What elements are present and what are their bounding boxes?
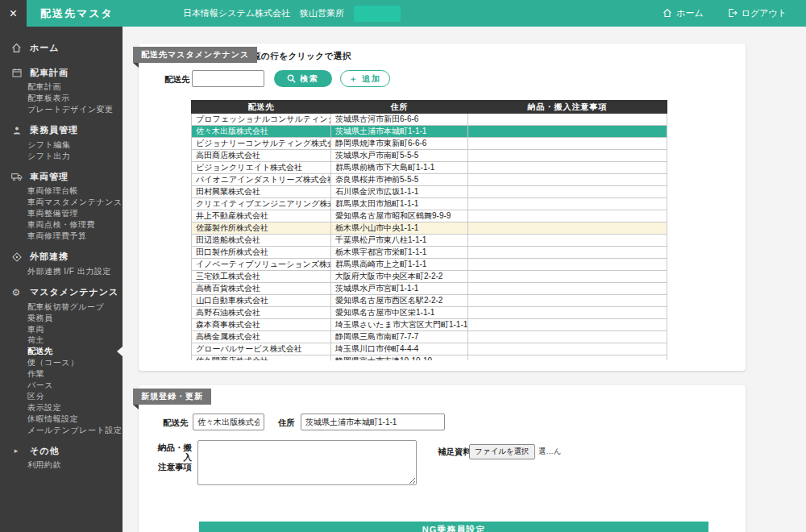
sidebar-item-berth[interactable]: バース bbox=[0, 380, 123, 391]
file-select-button[interactable]: ファイルを選択 bbox=[469, 444, 535, 459]
table-cell: 大阪府大阪市中央区本町2-2-2 bbox=[331, 271, 468, 283]
search-icon bbox=[287, 74, 296, 83]
table-row[interactable]: 井上不動産株式会社愛知県名古屋市昭和区鶴舞9-9-9 bbox=[192, 210, 667, 222]
sidebar-item-label: 車両管理 bbox=[30, 171, 69, 183]
table-cell: 佐々木出版株式会社 bbox=[192, 126, 331, 138]
search-input[interactable] bbox=[192, 70, 264, 87]
user-name-redacted-block bbox=[354, 6, 401, 22]
sidebar-item-external-link[interactable]: 外部連携 bbox=[0, 248, 123, 266]
gear-icon: ⚙ bbox=[10, 288, 23, 297]
sidebar-item-master-maintenance[interactable]: ⚙マスタメンテナンス bbox=[0, 284, 123, 301]
table-row[interactable]: クリエイティブエンジニアリング株式会社群馬県太田市旭町1-1-1 bbox=[192, 198, 667, 210]
table-cell bbox=[468, 283, 667, 295]
address-label: 住所 bbox=[278, 418, 295, 429]
sidebar-item-vehicle-master-maintenance[interactable]: 車両マスタメンテナンス bbox=[0, 197, 123, 208]
table-row[interactable]: 森本商事株式会社埼玉県さいたま市大宮区大門町1-1-1 bbox=[192, 319, 667, 331]
sidebar-item-shift-output[interactable]: シフト出力 bbox=[0, 151, 123, 162]
sidebar-item-crew[interactable]: 乗務員 bbox=[0, 313, 123, 324]
sidebar-item-label: 休暇情報設定 bbox=[27, 414, 78, 423]
table-row[interactable]: 山口自動車株式会社愛知県名古屋市西区名駅2-2-2 bbox=[192, 295, 667, 307]
delivery-note-textarea[interactable] bbox=[197, 440, 417, 485]
table-row[interactable]: イノベーティブソリューションズ株式会社群馬県高崎市上之町1-1-1 bbox=[192, 259, 667, 271]
sidebar-item-home[interactable]: ホーム bbox=[0, 38, 123, 57]
sidebar-item-work[interactable]: 作業 bbox=[0, 368, 123, 380]
person-icon bbox=[10, 126, 23, 135]
sidebar-item-holiday-info-settings[interactable]: 休暇情報設定 bbox=[0, 414, 123, 425]
ribbon-fold bbox=[133, 405, 139, 409]
sidebar-item-label: 配車板表示 bbox=[27, 94, 70, 102]
table-row[interactable]: 高橋百貨株式会社茨城県水戸市宮町1-1-1 bbox=[192, 283, 667, 295]
table-row[interactable]: グローバルサービス株式会社埼玉県川口市仲町4-4-4 bbox=[192, 343, 667, 355]
table-cell: ビジョナリーコンサルティング株式会社 bbox=[192, 138, 331, 150]
table-row[interactable]: 高橋金属株式会社静岡県三島市南町7-7-7 bbox=[192, 331, 667, 343]
sidebar-item-crew-management[interactable]: 乗務員管理 bbox=[0, 122, 123, 139]
table-row[interactable]: 田辺造船株式会社千葉県松戸市東八柱1-1-1 bbox=[192, 235, 667, 247]
sidebar-item-label: シフト編集 bbox=[27, 140, 70, 149]
calendar-icon bbox=[10, 68, 23, 77]
maintenance-panel: 配送先マスタメンテナンス 一覧の行をクリックで選択 配送先 検索 ＋ 追加 配送… bbox=[139, 44, 746, 371]
sidebar-item-vehicle-management[interactable]: 車両管理 bbox=[0, 168, 123, 185]
sidebar-item-label: 車両整備管理 bbox=[27, 209, 78, 218]
sidebar-item-destination[interactable]: 配送先 bbox=[0, 346, 123, 357]
table-cell: 奈良県桜井市神前5-5-5 bbox=[331, 174, 468, 186]
table-row[interactable]: ビジョンクリエイト株式会社群馬県前橋市下大島町1-1-1 bbox=[192, 162, 667, 174]
table-row[interactable]: 佐藤製作所株式会社栃木県小山市中央1-1-1 bbox=[192, 222, 667, 235]
table-cell bbox=[468, 271, 667, 283]
company-info: 日本情報システム株式会社 狭山営業所 bbox=[183, 0, 401, 27]
sidebar-item-board-switch-group[interactable]: 配車板切替グループ bbox=[0, 301, 123, 313]
add-button[interactable]: ＋ 追加 bbox=[340, 70, 390, 87]
sidebar-item-route-course[interactable]: 便（コース） bbox=[0, 357, 123, 368]
sidebar-item-others[interactable]: ▸その他 bbox=[0, 442, 123, 459]
sidebar-item-dispatch-plan[interactable]: 配車計画 bbox=[0, 64, 123, 81]
table-row[interactable]: プロフェッショナルコンサルティング株式会社茨城県古河市新田6-6-6 bbox=[192, 114, 667, 126]
destination-field[interactable] bbox=[193, 414, 264, 430]
table-row[interactable]: パイオニアインダストリーズ株式会社奈良県桜井市神前5-5-5 bbox=[192, 174, 667, 186]
table-cell bbox=[468, 259, 667, 271]
sidebar-item-dispatch-board-view[interactable]: 配車板表示 bbox=[0, 93, 123, 104]
sidebar-item-vehicle[interactable]: 車両 bbox=[0, 324, 123, 335]
sidebar-item-display-settings[interactable]: 表示設定 bbox=[0, 402, 123, 414]
sidebar-item-vehicle-maintenance-mgmt[interactable]: 車両整備管理 bbox=[0, 208, 123, 219]
share-icon bbox=[10, 252, 23, 262]
table-row[interactable]: 田村興業株式会社石川県金沢市広坂1-1-1 bbox=[192, 186, 667, 198]
table-row[interactable]: 高野石油株式会社愛知県名古屋市中区栄1-1-1 bbox=[192, 307, 667, 319]
table-row[interactable]: 佐々木出版株式会社茨城県土浦市本城町1-1-1 bbox=[192, 126, 667, 138]
file-status-text: 選…ん bbox=[538, 447, 562, 457]
sidebar-item-label: メールテンプレート設定 bbox=[27, 426, 122, 434]
address-field[interactable] bbox=[301, 414, 445, 430]
nav-logout[interactable]: ログアウト bbox=[728, 7, 787, 19]
sidebar-item-shipper[interactable]: 荷主 bbox=[0, 335, 123, 346]
nav-home[interactable]: ホーム bbox=[663, 7, 704, 19]
table-cell: 群馬県高崎市上之町1-1-1 bbox=[331, 259, 468, 271]
table-cell: グローバルサービス株式会社 bbox=[192, 343, 331, 355]
table-row[interactable]: 佐久間商店株式会社静岡県富士市吉津10-10-10 bbox=[192, 355, 667, 361]
table-cell: 栃木県宇都宮市栄町1-1-1 bbox=[331, 247, 468, 259]
table-row[interactable]: 高田商店株式会社茨城県水戸市南町5-5-5 bbox=[192, 150, 667, 162]
sidebar-item-category[interactable]: 区分 bbox=[0, 391, 123, 402]
table-row[interactable]: ビジョナリーコンサルティング株式会社静岡県焼津市東新町6-6-6 bbox=[192, 138, 667, 150]
sidebar-item-terms-of-use[interactable]: 利用約款 bbox=[0, 459, 123, 471]
table-cell bbox=[468, 331, 667, 343]
table-cell: 井上不動産株式会社 bbox=[192, 210, 331, 222]
table-row[interactable]: 三宅鉄工株式会社大阪府大阪市中央区本町2-2-2 bbox=[192, 271, 667, 283]
table-row[interactable]: 田口製作所株式会社栃木県宇都宮市栄町1-1-1 bbox=[192, 247, 667, 259]
sidebar-item-vehicle-repair-ledger[interactable]: 車両修理台帳 bbox=[0, 185, 123, 197]
close-button[interactable]: × bbox=[0, 0, 27, 27]
sidebar-item-plate-design-change[interactable]: プレートデザイン変更 bbox=[0, 104, 123, 115]
sidebar-item-vehicle-inspection-repair-cost[interactable]: 車両点検・修理費 bbox=[0, 219, 123, 231]
search-button-label: 検索 bbox=[300, 73, 319, 85]
sidebar-item-external-if-output[interactable]: 外部連携 I/F 出力設定 bbox=[0, 266, 123, 277]
table-cell bbox=[468, 343, 667, 355]
sidebar-item-shift-edit[interactable]: シフト編集 bbox=[0, 139, 123, 151]
search-button[interactable]: 検索 bbox=[274, 70, 332, 87]
top-bar: × 配送先マスタ 日本情報システム株式会社 狭山営業所 ホーム ログアウト bbox=[0, 0, 806, 27]
sidebar-item-dispatch-plan-page[interactable]: 配車計画 bbox=[0, 81, 123, 93]
table-cell: 田口製作所株式会社 bbox=[192, 247, 331, 259]
table-cell: プロフェッショナルコンサルティング株式会社 bbox=[192, 114, 331, 126]
sidebar-item-mail-template-settings[interactable]: メールテンプレート設定 bbox=[0, 425, 123, 436]
sidebar-item-vehicle-repair-budget[interactable]: 車両修理費予算 bbox=[0, 231, 123, 242]
table-cell bbox=[468, 319, 667, 331]
sidebar-item-label: シフト出力 bbox=[27, 152, 70, 160]
close-icon: × bbox=[10, 6, 17, 21]
active-item-arrow bbox=[117, 347, 123, 356]
